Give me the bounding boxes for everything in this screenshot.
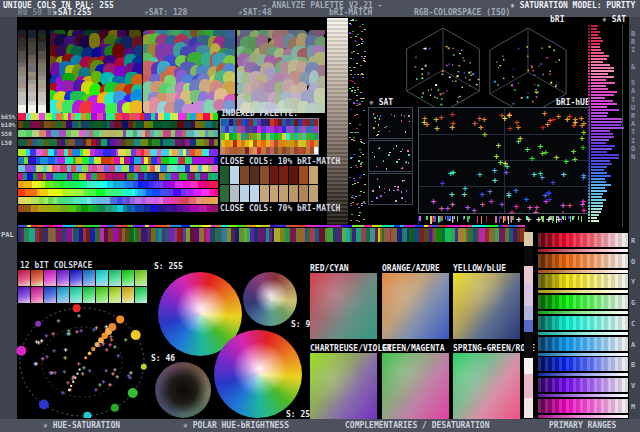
scatter-dot xyxy=(373,127,375,129)
colspace-tiles xyxy=(18,270,148,303)
bar-stub xyxy=(588,145,590,147)
hue-marker: + xyxy=(525,147,530,152)
tick xyxy=(448,216,450,219)
speckle xyxy=(360,139,362,140)
svg-text:+: + xyxy=(81,370,85,378)
bar xyxy=(591,118,622,120)
range-letter: R xyxy=(631,237,635,245)
strip-seg xyxy=(18,189,25,196)
strip-seg xyxy=(104,157,111,164)
strip-seg xyxy=(40,189,47,196)
pal-color xyxy=(318,225,328,227)
bar-stub xyxy=(588,82,590,84)
strip-seg xyxy=(170,165,177,172)
speckle xyxy=(350,37,352,38)
speckle xyxy=(354,132,356,133)
tick xyxy=(565,216,566,220)
scatter-dot xyxy=(397,189,399,191)
scatter-dot xyxy=(394,115,396,117)
bar-stub xyxy=(588,112,590,114)
indexed-cell xyxy=(314,126,318,133)
strip-seg xyxy=(55,189,62,196)
bar xyxy=(591,31,600,33)
range-strip-thin xyxy=(538,249,628,252)
strip-seg xyxy=(96,189,104,196)
speckle xyxy=(351,91,353,92)
strip-seg xyxy=(32,130,39,137)
strip-seg xyxy=(73,197,80,204)
scatter-dot xyxy=(391,114,393,116)
scatter-dot xyxy=(372,190,374,192)
analysis-strip-row xyxy=(18,139,218,146)
tick xyxy=(507,216,508,220)
speckle xyxy=(351,90,353,91)
pal-color xyxy=(438,225,448,227)
range-strip-thin xyxy=(538,373,628,376)
scatter-dot xyxy=(408,115,410,117)
strip-seg xyxy=(83,149,90,156)
close-col-swatch xyxy=(299,166,308,184)
speckle xyxy=(349,123,351,124)
bar xyxy=(591,61,603,63)
indexed-cell xyxy=(314,133,318,140)
hue-marker: + xyxy=(450,125,455,130)
bar-stub xyxy=(588,175,590,177)
svg-text:+: + xyxy=(44,332,48,340)
strip-seg xyxy=(153,121,161,128)
strip-seg xyxy=(60,197,67,204)
strip-seg xyxy=(170,121,178,128)
strip-seg xyxy=(114,121,122,128)
bar xyxy=(591,208,602,210)
hue-marker: + xyxy=(465,205,470,210)
speckle xyxy=(356,167,358,168)
svg-text:+: + xyxy=(104,323,108,331)
strip-seg xyxy=(214,139,218,146)
pal-color xyxy=(181,225,190,227)
pal-color xyxy=(190,225,201,227)
pal-color xyxy=(485,225,498,227)
range-strip-thin xyxy=(538,394,628,397)
speckle xyxy=(352,195,354,196)
bar xyxy=(591,160,610,162)
speckle xyxy=(364,203,366,204)
bar xyxy=(591,79,606,81)
strip-seg xyxy=(112,173,119,180)
pal-color xyxy=(245,225,256,227)
bar-stub xyxy=(588,55,590,57)
misc-seg xyxy=(524,246,533,266)
strip-seg xyxy=(206,157,214,164)
vertical-letter: U xyxy=(631,104,635,112)
bar xyxy=(591,142,606,144)
misc-seg xyxy=(524,358,533,374)
analysis-strip-row xyxy=(18,181,218,188)
strip-seg xyxy=(169,157,178,164)
bar-stub xyxy=(588,190,590,192)
hue-marker: + xyxy=(497,212,502,214)
svg-text:+: + xyxy=(101,378,105,386)
scatter-dot xyxy=(380,115,382,117)
bar-stub xyxy=(588,25,590,27)
colspace-tile xyxy=(109,287,121,303)
speckle xyxy=(360,164,362,165)
bar-stub xyxy=(588,208,590,210)
speckle xyxy=(350,205,352,206)
strip-seg xyxy=(94,157,101,164)
bar xyxy=(591,55,609,57)
analysis-strip-row xyxy=(18,149,218,156)
bar-stub xyxy=(588,166,590,168)
scatter-dot xyxy=(374,156,376,158)
voronoi-cell xyxy=(316,101,325,113)
bar xyxy=(591,130,610,132)
vertical-letter: A xyxy=(631,87,635,95)
scatter-dot xyxy=(408,162,410,164)
strip-seg xyxy=(177,165,185,172)
range-strip xyxy=(538,357,628,371)
indexed-row xyxy=(221,140,318,147)
speckle xyxy=(355,36,357,37)
bar xyxy=(591,91,617,93)
strip-seg xyxy=(203,113,210,120)
speckle xyxy=(353,198,355,199)
bar xyxy=(591,136,614,138)
colspace-tile xyxy=(18,287,30,303)
gray-ramp xyxy=(38,30,46,113)
